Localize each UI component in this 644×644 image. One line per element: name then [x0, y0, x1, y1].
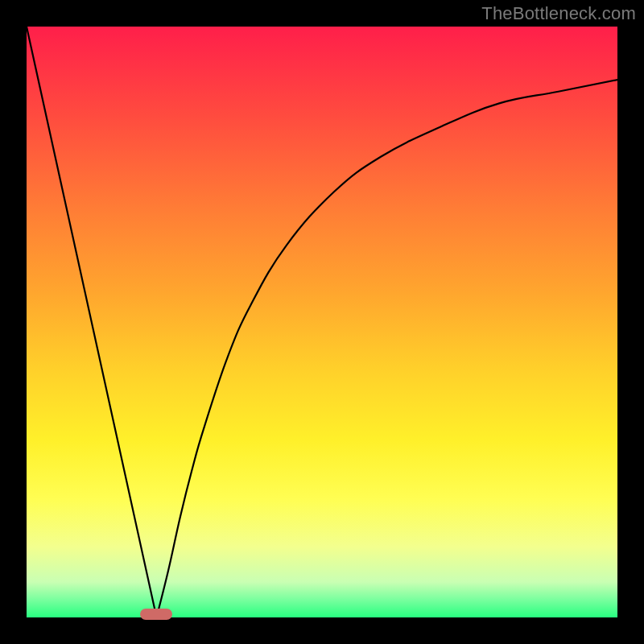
- optimal-marker: [140, 609, 172, 620]
- watermark-text: TheBottleneck.com: [481, 3, 636, 24]
- curve-layer: [27, 27, 617, 617]
- bottleneck-curve: [27, 27, 617, 617]
- chart-frame: TheBottleneck.com: [0, 0, 644, 644]
- plot-area: [27, 27, 617, 617]
